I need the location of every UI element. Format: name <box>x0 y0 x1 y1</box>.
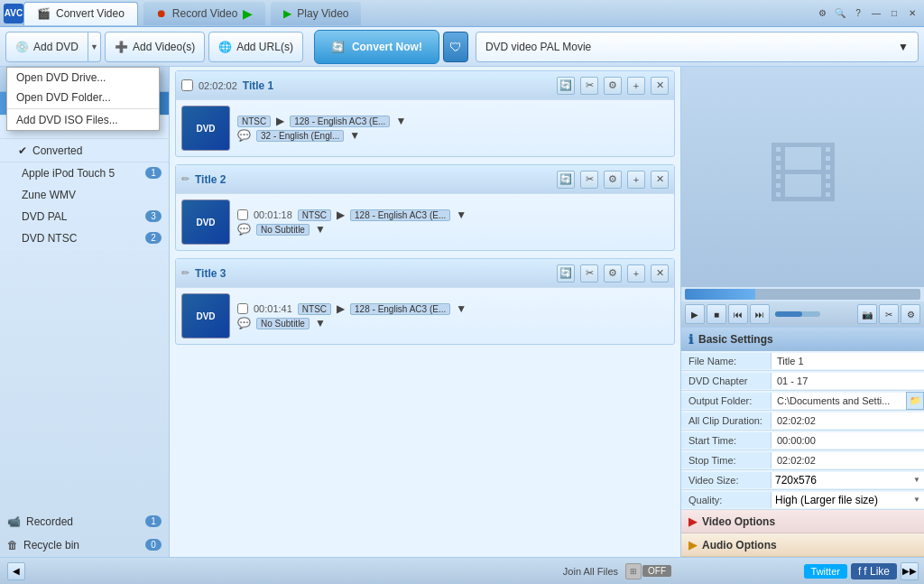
recycle-badge: 0 <box>145 539 162 551</box>
dvd-pal-label: DVD PAL <box>22 210 140 223</box>
sidebar-item-dvd-pal[interactable]: DVD PAL 3 <box>0 206 169 227</box>
stop-value[interactable]: 02:02:02 <box>772 452 924 468</box>
title3-checkbox[interactable] <box>237 303 248 314</box>
recorded-label: Recorded <box>26 515 140 528</box>
prev-nav-btn[interactable]: ◀ <box>7 562 25 580</box>
open-dvd-drive-item[interactable]: Open DVD Drive... <box>7 68 159 88</box>
title1-cut-btn[interactable]: ✂ <box>580 77 598 95</box>
title1-checkbox[interactable] <box>181 79 193 91</box>
add-url-button[interactable]: 🌐 Add URL(s) <box>208 32 303 62</box>
start-value[interactable]: 00:00:00 <box>772 432 924 449</box>
join-toggle[interactable]: ⊞ OFF <box>625 563 671 579</box>
title2-close-btn[interactable]: ✕ <box>651 171 669 189</box>
sidebar-item-converted[interactable]: ✔ Converted <box>0 139 169 162</box>
title3-refresh-btn[interactable]: 🔄 <box>557 264 575 283</box>
title1-thumbnail: DVD <box>181 106 230 151</box>
sidebar-item-recycle[interactable]: 🗑 Recycle bin 0 <box>0 533 169 557</box>
scissors-btn[interactable]: ✂ <box>879 304 899 324</box>
audio3-dropdown[interactable]: ▼ <box>456 302 467 315</box>
subtitle-dropdown[interactable]: ▼ <box>349 129 360 142</box>
settings-row-duration: All Clip Duration: 02:02:02 <box>681 411 924 431</box>
folder-browse-btn[interactable]: 📁 <box>906 392 924 410</box>
profile-selector[interactable]: DVD video PAL Movie ▼ <box>476 32 919 62</box>
preview-area: 🎞 <box>681 67 924 287</box>
volume-slider[interactable] <box>775 311 820 317</box>
search-icon[interactable]: 🔍 <box>832 5 848 22</box>
facebook-button[interactable]: f f Like <box>851 563 897 579</box>
add-dvd-dropdown[interactable]: ▼ <box>88 32 101 62</box>
sidebar-item-zune[interactable]: Zune WMV <box>0 184 169 206</box>
filename-value[interactable]: Title 1 <box>772 353 924 369</box>
converted-icon: ✔ <box>18 144 27 157</box>
title2-refresh-btn[interactable]: 🔄 <box>557 171 575 189</box>
subtitle3-dropdown[interactable]: ▼ <box>315 317 326 329</box>
title3-settings-btn[interactable]: ⚙ <box>604 264 622 283</box>
add-dvd-button[interactable]: 💿 Add DVD <box>5 32 88 62</box>
audio-dropdown[interactable]: ▼ <box>395 115 406 127</box>
convert-now-button[interactable]: 🔄 Convert Now! <box>314 30 439 64</box>
sidebar-item-dvd-ntsc[interactable]: DVD NTSC 2 <box>0 227 169 249</box>
open-dvd-folder-item[interactable]: Open DVD Folder... <box>7 88 159 107</box>
folder-value: C:\Documents and Setti... <box>772 393 906 409</box>
video-options-header[interactable]: ▶ Video Options <box>681 510 924 533</box>
stop-button[interactable]: ■ <box>707 304 726 324</box>
settings-row-quality: Quality: High (Larger file size) ▼ <box>681 490 924 510</box>
prev-frame-btn[interactable]: ⏮ <box>728 304 748 324</box>
title3-close-btn[interactable]: ✕ <box>651 264 669 283</box>
sidebar-item-recorded[interactable]: 📹 Recorded 1 <box>0 510 169 533</box>
add-dvd-iso-item[interactable]: Add DVD ISO Files... <box>7 110 159 130</box>
tab-play[interactable]: ▶ Play Video <box>271 2 361 25</box>
settings-panel: ℹ Basic Settings File Name: Title 1 DVD … <box>681 327 924 510</box>
twitter-button[interactable]: Twitter <box>804 564 847 579</box>
sidebar-item-apple-ipod[interactable]: Apple iPod Touch 5 1 <box>0 162 169 184</box>
profile-icon-btn[interactable]: 🛡 <box>443 32 468 62</box>
title3-add-btn[interactable]: + <box>627 264 645 283</box>
maximize-button[interactable]: □ <box>886 5 902 22</box>
title3-cut-btn[interactable]: ✂ <box>580 264 598 283</box>
next-nav-btn[interactable]: ▶▶ <box>901 562 919 580</box>
tab-convert[interactable]: 🎬 Convert Video <box>23 2 138 25</box>
minimize-button[interactable]: — <box>868 5 884 22</box>
size-value: 720x576 <box>775 474 817 487</box>
next-frame-btn[interactable]: ⏭ <box>750 304 770 324</box>
size-label: Video Size: <box>681 472 772 488</box>
duration-value: 02:02:02 <box>772 413 924 429</box>
title2-cut-btn[interactable]: ✂ <box>580 171 598 189</box>
title1-info-row2: 💬 32 - English (Engl... ▼ <box>237 129 669 142</box>
title2-add-btn[interactable]: + <box>627 171 645 189</box>
media-controls: ▶ ■ ⏮ ⏭ 📷 ✂ ⚙ <box>681 301 924 327</box>
toggle-off-label[interactable]: OFF <box>642 565 671 577</box>
title2-info-row2: 💬 No Subtitle ▼ <box>237 223 669 236</box>
close-button[interactable]: ✕ <box>904 5 920 22</box>
play-button[interactable]: ▶ <box>685 304 705 324</box>
add-url-label: Add URL(s) <box>236 41 293 53</box>
window-controls: ⚙ 🔍 ? — □ ✕ <box>814 5 920 22</box>
tab-record[interactable]: ⏺ Record Video ▶ <box>143 2 266 25</box>
help-icon[interactable]: ? <box>850 5 866 22</box>
title2-time: 00:01:18 <box>254 209 292 220</box>
audio2-dropdown[interactable]: ▼ <box>456 209 467 221</box>
title2-format: NTSC <box>298 209 331 221</box>
quality-select[interactable]: High (Larger file size) ▼ <box>772 492 924 508</box>
video-item-title3-body: DVD 00:01:41 NTSC ▶ 128 - English AC3 (E… <box>176 288 674 344</box>
filename-label: File Name: <box>681 353 772 369</box>
shield-icon: 🛡 <box>449 40 462 54</box>
audio-options-icon: ▶ <box>688 539 697 552</box>
title2-checkbox[interactable] <box>237 209 248 220</box>
subtitle2-dropdown[interactable]: ▼ <box>315 223 326 236</box>
title2-settings-btn[interactable]: ⚙ <box>604 171 622 189</box>
title1-refresh-btn[interactable]: 🔄 <box>557 77 575 95</box>
settings-row-start: Start Time: 00:00:00 <box>681 431 924 450</box>
title3-info-row1: 00:01:41 NTSC ▶ 128 - English AC3 (E... … <box>237 302 669 315</box>
start-label: Start Time: <box>681 432 772 449</box>
add-videos-button[interactable]: ➕ Add Video(s) <box>105 32 205 62</box>
title1-close-btn[interactable]: ✕ <box>651 77 669 95</box>
size-select[interactable]: 720x576 ▼ <box>772 472 924 488</box>
screenshot-btn[interactable]: 📷 <box>857 304 877 324</box>
title1-settings-btn[interactable]: ⚙ <box>604 77 622 95</box>
toolbar-icon[interactable]: ⚙ <box>814 5 830 22</box>
settings-btn2[interactable]: ⚙ <box>901 304 920 324</box>
title3-format: NTSC <box>298 303 331 315</box>
audio-options-header[interactable]: ▶ Audio Options <box>681 533 924 557</box>
title1-add-btn[interactable]: + <box>627 77 645 95</box>
